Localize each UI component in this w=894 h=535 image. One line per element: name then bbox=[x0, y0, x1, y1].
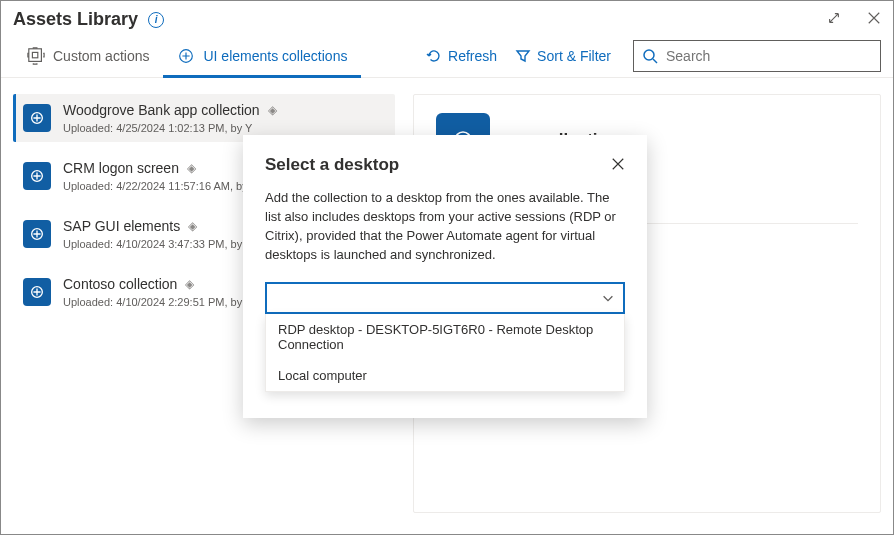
sort-filter-label: Sort & Filter bbox=[537, 48, 611, 64]
dialog-description: Add the collection to a desktop from the… bbox=[265, 189, 625, 264]
search-box[interactable] bbox=[633, 40, 881, 72]
collection-icon bbox=[23, 104, 51, 132]
close-icon[interactable] bbox=[867, 11, 881, 28]
dialog-title: Select a desktop bbox=[265, 155, 399, 175]
refresh-button[interactable]: Refresh bbox=[426, 48, 497, 64]
desktop-dropdown: RDP desktop - DESKTOP-5IGT6R0 - Remote D… bbox=[265, 314, 625, 392]
premium-icon: ◈ bbox=[268, 103, 277, 117]
dropdown-option[interactable]: RDP desktop - DESKTOP-5IGT6R0 - Remote D… bbox=[266, 314, 624, 360]
svg-rect-0 bbox=[29, 48, 42, 61]
toolbar: Custom actions UI elements collections R… bbox=[1, 34, 893, 78]
chevron-down-icon bbox=[601, 291, 615, 305]
desktop-combobox[interactable] bbox=[265, 282, 625, 314]
tab-custom-actions[interactable]: Custom actions bbox=[13, 34, 163, 78]
svg-point-3 bbox=[644, 50, 654, 60]
info-icon[interactable]: i bbox=[148, 12, 164, 28]
sort-filter-button[interactable]: Sort & Filter bbox=[515, 48, 611, 64]
title-bar: Assets Library i bbox=[1, 1, 893, 34]
tab-label: UI elements collections bbox=[203, 48, 347, 64]
svg-rect-1 bbox=[32, 52, 37, 57]
tab-label: Custom actions bbox=[53, 48, 149, 64]
collection-icon bbox=[23, 220, 51, 248]
premium-icon: ◈ bbox=[185, 277, 194, 291]
dropdown-option[interactable]: Local computer bbox=[266, 360, 624, 391]
premium-icon: ◈ bbox=[187, 161, 196, 175]
premium-icon: ◈ bbox=[188, 219, 197, 233]
tab-ui-collections[interactable]: UI elements collections bbox=[163, 34, 361, 78]
search-input[interactable] bbox=[666, 48, 872, 64]
refresh-label: Refresh bbox=[448, 48, 497, 64]
select-desktop-dialog: Select a desktop Add the collection to a… bbox=[243, 135, 647, 418]
expand-icon[interactable] bbox=[827, 11, 841, 28]
window-title: Assets Library bbox=[13, 9, 138, 30]
search-icon bbox=[642, 48, 658, 64]
collection-icon bbox=[23, 162, 51, 190]
collection-icon bbox=[23, 278, 51, 306]
close-icon[interactable] bbox=[611, 157, 625, 174]
